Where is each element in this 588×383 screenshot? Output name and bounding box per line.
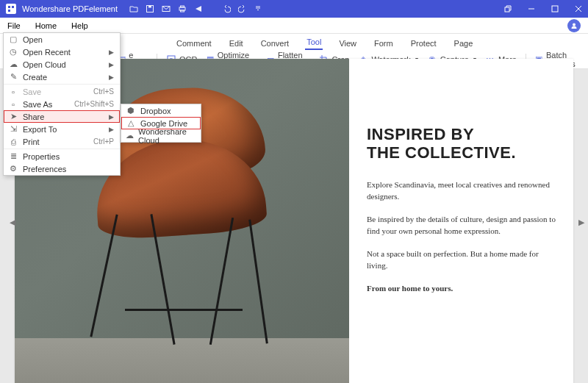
file-menu-open[interactable]: ▢Open: [4, 33, 120, 46]
tab-convert[interactable]: Convert: [259, 37, 291, 50]
tab-tool[interactable]: Tool: [305, 35, 323, 50]
svg-rect-4: [179, 7, 185, 10]
menu-home[interactable]: Home: [28, 18, 64, 33]
svg-rect-9: [552, 6, 558, 12]
save-icon: ▫: [8, 87, 18, 96]
quick-access-toolbar: [129, 4, 262, 13]
redo-icon[interactable]: [238, 4, 247, 13]
title-bar: Wondershare PDFelement: [0, 0, 588, 18]
folder-icon[interactable]: [129, 4, 138, 13]
file-menu-properties[interactable]: ≣Properties: [4, 150, 120, 162]
prev-page-button[interactable]: ◀: [9, 213, 16, 231]
shortcut-label: Ctrl+Shift+S: [74, 100, 114, 108]
shortcut-label: Ctrl+S: [93, 87, 114, 96]
gdrive-icon: △: [126, 118, 136, 128]
tab-protect[interactable]: Protect: [409, 37, 438, 50]
tab-comment[interactable]: Comment: [175, 37, 213, 50]
saveas-icon: ▫: [8, 100, 18, 109]
share-icon[interactable]: [194, 4, 203, 13]
recent-icon: ◷: [8, 47, 18, 57]
page-signoff: From our home to yours.: [367, 282, 556, 295]
page-paragraph: Explore Scandinavia, meet local creative…: [367, 179, 556, 203]
svg-rect-0: [6, 4, 16, 14]
save-icon[interactable]: [146, 4, 154, 13]
file-menu-open-recent[interactable]: ◷Open Recent▶: [4, 46, 120, 58]
svg-rect-7: [505, 7, 509, 12]
file-menu-save: ▫SaveCtrl+S: [4, 85, 120, 98]
file-menu-dropdown: ▢Open◷Open Recent▶☁Open Cloud▶✎Create▶▫S…: [3, 32, 121, 176]
app-title: Wondershare PDFelement: [22, 4, 118, 13]
share-wondershare-cloud[interactable]: ☁Wondershare Cloud: [121, 129, 201, 142]
svg-rect-5: [181, 6, 184, 7]
user-avatar-icon[interactable]: [567, 19, 581, 32]
dropbox-icon: ⬢: [126, 106, 136, 115]
shortcut-label: Ctrl+P: [93, 137, 114, 146]
open-icon: ▢: [8, 35, 18, 44]
share-submenu: ⬢Dropbox△Google Drive☁Wondershare Cloud: [121, 104, 201, 143]
page-paragraph: Be inspired by the details of culture, d…: [367, 213, 556, 237]
export-icon: ⇲: [8, 124, 18, 134]
print-icon: ⎙: [8, 137, 18, 146]
page-copy: INSPIRED BYTHE COLLECTIVE. Explore Scand…: [349, 59, 573, 383]
chevron-right-icon: ▶: [109, 126, 114, 133]
file-menu-export-to[interactable]: ⇲Export To▶: [4, 123, 120, 135]
file-menu-create[interactable]: ✎Create▶: [4, 71, 120, 83]
svg-rect-6: [181, 10, 184, 12]
tab-form[interactable]: Form: [373, 37, 395, 50]
file-menu-share[interactable]: ➤Share▶: [4, 110, 120, 123]
file-menu-save-as[interactable]: ▫Save AsCtrl+Shift+S: [4, 98, 120, 110]
close-button[interactable]: [569, 0, 588, 18]
tab-edit[interactable]: Edit: [228, 37, 245, 50]
file-menu-open-cloud[interactable]: ☁Open Cloud▶: [4, 58, 120, 71]
chevron-right-icon: ▶: [109, 74, 114, 81]
menu-file[interactable]: File: [0, 18, 28, 33]
svg-rect-2: [148, 6, 151, 8]
file-menu-print[interactable]: ⎙PrintCtrl+P: [4, 135, 120, 148]
app-logo-icon: [4, 2, 18, 15]
tab-page[interactable]: Page: [453, 37, 475, 50]
page-paragraph: Not a space built on perfection. But a h…: [367, 248, 556, 272]
share-icon: ➤: [8, 112, 18, 121]
print-icon[interactable]: [178, 4, 187, 13]
file-menu-preferences[interactable]: ⚙Preferences: [4, 162, 120, 175]
tab-view[interactable]: View: [337, 37, 358, 50]
chevron-right-icon: ▶: [109, 49, 114, 56]
prefs-icon: ⚙: [8, 164, 18, 173]
svg-point-10: [573, 23, 576, 26]
wscloud-icon: ☁: [126, 131, 134, 140]
menu-help[interactable]: Help: [64, 18, 96, 33]
undo-icon[interactable]: [222, 4, 231, 13]
next-page-button[interactable]: ▶: [578, 213, 585, 231]
create-icon: ✎: [8, 72, 18, 82]
minimize-button[interactable]: [522, 0, 541, 18]
maximize-button[interactable]: [545, 0, 564, 18]
window-restore-icon[interactable]: [498, 0, 517, 18]
page-heading: INSPIRED BYTHE COLLECTIVE.: [367, 125, 556, 162]
cloud-icon: ☁: [8, 60, 18, 69]
share-dropbox[interactable]: ⬢Dropbox: [121, 104, 201, 117]
qa-dropdown-icon[interactable]: [254, 4, 262, 13]
chevron-right-icon: ▶: [109, 113, 114, 121]
props-icon: ≣: [8, 151, 18, 161]
chevron-right-icon: ▶: [109, 61, 114, 68]
menu-bar: File Home Help: [0, 18, 588, 34]
email-icon[interactable]: [162, 4, 171, 13]
